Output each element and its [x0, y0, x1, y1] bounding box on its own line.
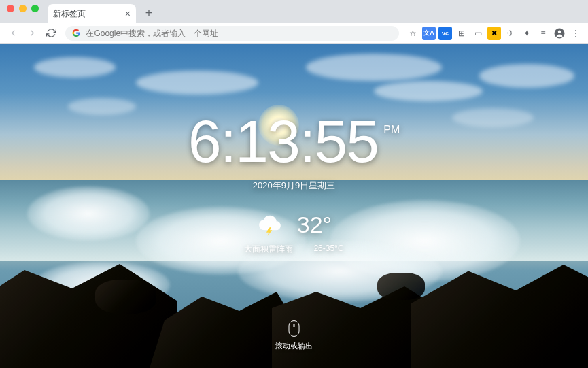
browser-tab[interactable]: 新标签页 × — [48, 4, 136, 23]
translate-extension-icon[interactable]: 文A — [422, 27, 436, 40]
monitor-extension-icon[interactable]: ▭ — [471, 27, 485, 40]
clock: 6:13:55 PM — [188, 112, 400, 171]
mouse-icon — [289, 320, 300, 337]
date-text: 2020年9月9日星期三 — [253, 180, 335, 192]
window-maximize-button[interactable] — [31, 5, 39, 12]
yellow-extension-icon[interactable]: ✖ — [487, 27, 501, 40]
bar-extension-icon[interactable]: ≡ — [536, 27, 550, 40]
profile-avatar[interactable] — [553, 27, 566, 40]
window-close-button[interactable] — [7, 5, 14, 12]
menu-button[interactable]: ⋮ — [569, 27, 583, 40]
extension-icons: ☆ 文A vc ⊞ ▭ ✖ ✈ ✦ ≡ ⋮ — [406, 27, 583, 40]
scroll-hint-text: 滚动或输出 — [275, 341, 313, 351]
thunderstorm-icon — [256, 211, 283, 238]
extensions-menu-icon[interactable]: ✦ — [520, 27, 534, 40]
weather-desc: 大面积雷阵雨 — [244, 244, 293, 255]
star-icon[interactable]: ☆ — [406, 27, 419, 40]
new-tab-button[interactable]: + — [140, 4, 158, 22]
svg-point-1 — [558, 30, 561, 33]
pin-extension-icon[interactable]: ✈ — [504, 27, 517, 40]
back-button[interactable] — [5, 26, 20, 41]
tab-bar: 新标签页 × + — [0, 0, 588, 23]
tab-title: 新标签页 — [53, 8, 86, 20]
clock-time: 6:13:55 — [188, 112, 379, 171]
weather-widget[interactable]: 32° — [256, 211, 332, 238]
weather-range: 26-35°C — [313, 244, 343, 255]
omnibox[interactable] — [65, 26, 399, 41]
window-minimize-button[interactable] — [19, 5, 27, 12]
new-tab-content: 6:13:55 PM 2020年9月9日星期三 32° 大面积雷阵雨 26-35… — [0, 44, 588, 368]
reload-button[interactable] — [44, 26, 58, 41]
weather-temp: 32° — [297, 212, 332, 238]
search-input[interactable] — [86, 29, 392, 38]
google-icon — [72, 29, 80, 37]
scroll-hint[interactable]: 滚动或输出 — [275, 320, 313, 351]
tab-close-icon[interactable]: × — [125, 8, 131, 19]
devtools-extension-icon[interactable]: ⊞ — [455, 27, 468, 40]
clock-ampm: PM — [383, 124, 400, 136]
toolbar: ☆ 文A vc ⊞ ▭ ✖ ✈ ✦ ≡ ⋮ — [0, 23, 588, 44]
forward-button[interactable] — [24, 26, 39, 41]
vc-extension-icon[interactable]: vc — [438, 27, 452, 40]
